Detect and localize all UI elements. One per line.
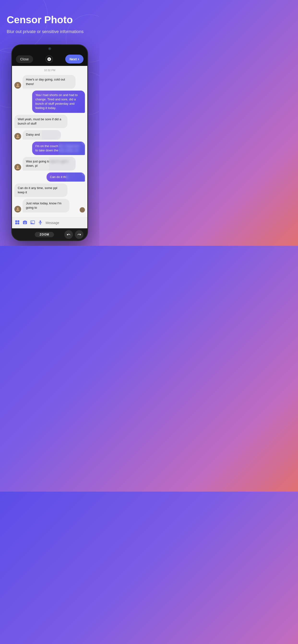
table-row: Daisy and <box>14 130 85 140</box>
page-subtitle: Blur out private or sensitive informatio… <box>7 29 93 35</box>
mic-icon[interactable] <box>38 220 43 226</box>
list-item: Yea I had shorts on and had to change. T… <box>32 90 85 113</box>
phone-mockup: Close Next 10:32 PM How's u <box>0 44 99 246</box>
zoom-label-container: ZOOM <box>25 232 64 237</box>
table-row: Yea I had shorts on and had to change. T… <box>14 90 85 113</box>
header-section: Censor Photo Blur out private or sensiti… <box>0 0 99 44</box>
table-row: Can do it this <box>14 172 85 182</box>
redo-button[interactable] <box>75 230 83 239</box>
table-row: Was just going to ask if u got it down, … <box>14 157 85 170</box>
next-button[interactable]: Next <box>65 54 83 64</box>
svg-point-0 <box>17 84 19 85</box>
svg-point-2 <box>17 166 19 167</box>
undo-button[interactable] <box>64 230 73 239</box>
table-row: I'm on the couch too. Supposed to take d… <box>14 142 85 155</box>
phone-top-bar <box>12 45 87 52</box>
svg-rect-10 <box>40 220 41 222</box>
svg-rect-5 <box>18 220 20 222</box>
svg-point-9 <box>32 222 32 222</box>
app-toolbar: Close Next <box>12 52 87 66</box>
chat-input-icons <box>15 220 43 226</box>
list-item: How's ur day going, cold out there! <box>23 75 76 88</box>
svg-point-3 <box>17 208 19 209</box>
zoom-label: ZOOM <box>35 232 54 237</box>
avatar <box>14 82 21 89</box>
avatar <box>14 206 21 212</box>
page-title: Censor Photo <box>7 14 93 26</box>
avatar-small <box>80 207 85 212</box>
blur-overlay <box>66 172 85 182</box>
phone-frame: Close Next 10:32 PM How's u <box>11 44 88 241</box>
blur-overlay <box>49 157 75 170</box>
chat-timestamp: 10:32 PM <box>14 69 85 72</box>
list-item: Can do it any time, some ppl keep it <box>14 184 67 197</box>
list-item: Can do it this <box>47 172 85 182</box>
list-item: Well yeah, must be sore if did a bunch o… <box>14 115 67 128</box>
svg-point-1 <box>17 135 19 136</box>
table-row: Just relax today, know I'm going to <box>14 199 85 212</box>
table-row: Can do it any time, some ppl keep it <box>14 184 85 197</box>
avatar <box>14 133 21 140</box>
avatar <box>14 164 21 170</box>
app-logo <box>45 55 53 63</box>
svg-rect-6 <box>15 222 17 224</box>
blur-overlay <box>42 130 61 140</box>
svg-rect-7 <box>18 222 20 224</box>
grid-icon[interactable] <box>15 220 20 226</box>
list-item: Was just going to ask if u got it down, … <box>23 157 76 170</box>
image-icon[interactable] <box>30 220 35 226</box>
list-item: I'm on the couch too. Supposed to take d… <box>32 142 85 155</box>
list-item: Daisy and <box>23 130 61 140</box>
close-button[interactable]: Close <box>16 55 33 63</box>
svg-rect-4 <box>15 220 17 222</box>
chat-input-bar <box>12 217 87 228</box>
zoom-bar: ZOOM <box>12 228 87 240</box>
blur-overlay <box>59 142 85 155</box>
camera-icon[interactable] <box>23 220 27 226</box>
table-row: Well yeah, must be sore if did a bunch o… <box>14 115 85 128</box>
zoom-controls <box>64 230 83 239</box>
phone-camera <box>48 47 51 50</box>
message-input[interactable] <box>46 221 88 225</box>
list-item: Just relax today, know I'm going to <box>23 199 69 212</box>
table-row: How's ur day going, cold out there! <box>14 75 85 88</box>
chat-area: 10:32 PM How's ur day going, cold out th… <box>12 66 87 217</box>
